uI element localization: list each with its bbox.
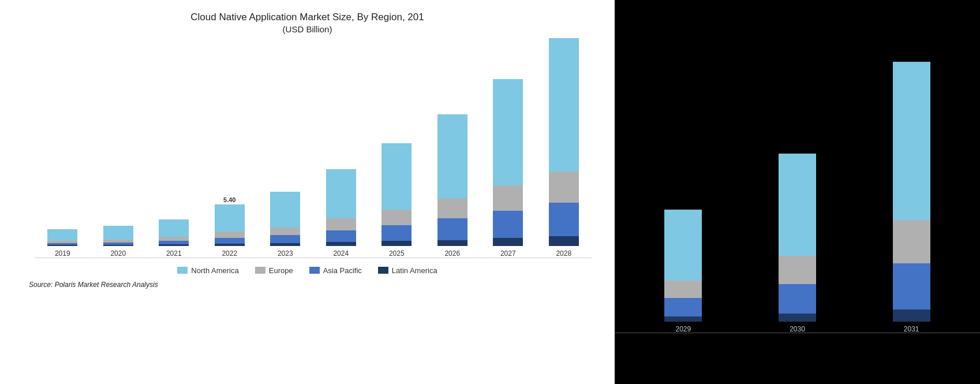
dark-la-segment — [779, 314, 816, 322]
na-segment — [437, 114, 467, 199]
x-axis-label: 2019 — [55, 249, 70, 258]
bar-annotation: 5.40 — [223, 196, 235, 203]
na-segment — [103, 226, 133, 240]
x-axis-label: 2026 — [444, 249, 460, 258]
x-axis-label: 2027 — [500, 249, 516, 258]
x-axis-label: 2025 — [389, 249, 405, 258]
ap-segment — [493, 211, 523, 238]
dark-na-segment — [664, 210, 702, 281]
legend: North AmericaEuropeAsia PacificLatin Ame… — [0, 266, 615, 275]
dark-na-segment — [893, 62, 930, 220]
eu-segment — [493, 185, 523, 211]
dark-panel: 202920302031 — [615, 0, 980, 384]
dark-bottom-line — [615, 333, 980, 334]
bar-group: 5.402022 — [215, 196, 245, 258]
bar-group: 2023 — [270, 192, 300, 257]
legend-label-latin-america: Latin America — [392, 266, 437, 275]
ap-segment — [549, 203, 579, 236]
la-segment — [215, 244, 245, 246]
legend-item-europe: Europe — [255, 266, 293, 275]
ap-segment — [270, 235, 300, 243]
na-segment — [47, 229, 77, 241]
dark-ap-segment — [893, 263, 930, 310]
bar-group: 2020 — [103, 226, 133, 258]
la-segment — [103, 245, 133, 246]
legend-color-europe — [255, 267, 265, 274]
source-text: Source: Polaris Market Research Analysis — [29, 281, 615, 289]
dark-na-segment — [779, 154, 816, 256]
legend-label-europe: Europe — [269, 266, 293, 275]
na-segment — [159, 219, 189, 237]
na-segment — [270, 192, 300, 227]
legend-label-asia-pacific: Asia Pacific — [323, 266, 362, 275]
dark-la-segment — [893, 310, 930, 322]
legend-color-asia-pacific — [309, 267, 320, 274]
eu-segment — [381, 210, 412, 225]
dark-eu-segment — [779, 256, 816, 284]
ap-segment — [215, 238, 245, 244]
eu-segment — [326, 218, 356, 230]
bar-group: 2027 — [493, 79, 523, 258]
bar-group: 2028 — [549, 38, 579, 258]
ap-segment — [326, 230, 356, 242]
na-segment — [381, 143, 412, 210]
eu-segment — [270, 228, 300, 236]
chart-area: 2019202020215.40202220232024202520262027… — [35, 39, 592, 258]
eu-segment — [549, 172, 579, 203]
dark-bar-group: 2030 — [779, 154, 816, 333]
bar-group: 2019 — [47, 229, 77, 258]
dark-la-segment — [664, 316, 702, 322]
eu-segment — [215, 232, 245, 237]
bar-group: 2026 — [437, 114, 467, 258]
x-axis-label: 2028 — [556, 249, 571, 258]
na-segment — [215, 204, 245, 232]
legend-item-asia-pacific: Asia Pacific — [309, 266, 362, 275]
dark-eu-segment — [664, 281, 702, 298]
bar-group: 2021 — [159, 219, 189, 258]
x-axis-label: 2020 — [110, 249, 126, 258]
legend-color-latin-america — [378, 267, 388, 274]
eu-segment — [437, 199, 467, 218]
x-axis-label: 2023 — [278, 249, 293, 258]
dark-eu-segment — [893, 220, 930, 263]
la-segment — [326, 242, 356, 246]
chart-subtitle: (USD Billion) — [0, 24, 615, 34]
dark-bars-area: 202920302031 — [615, 50, 980, 333]
x-axis-label: 2021 — [166, 249, 182, 258]
ap-segment — [381, 225, 412, 241]
dark-bar-group: 2031 — [893, 62, 930, 333]
dark-ap-segment — [779, 284, 816, 314]
x-axis-label: 2024 — [333, 249, 349, 258]
legend-item-latin-america: Latin America — [378, 266, 437, 275]
na-segment — [493, 79, 523, 185]
la-segment — [549, 236, 579, 246]
la-segment — [47, 245, 77, 246]
legend-item-north-america: North America — [177, 266, 238, 275]
na-segment — [326, 169, 356, 218]
la-segment — [437, 240, 467, 246]
legend-color-north-america — [177, 267, 188, 274]
chart-title: Cloud Native Application Market Size, By… — [0, 10, 615, 24]
eu-segment — [159, 237, 189, 241]
dark-ap-segment — [664, 298, 702, 316]
ap-segment — [437, 218, 467, 240]
legend-label-north-america: North America — [191, 266, 238, 275]
na-segment — [549, 38, 579, 172]
la-segment — [270, 243, 300, 246]
x-axis-label: 2022 — [222, 249, 237, 258]
bar-group: 2025 — [381, 143, 412, 258]
chart-panel: Cloud Native Application Market Size, By… — [0, 0, 615, 384]
la-segment — [493, 238, 523, 246]
bar-group: 2024 — [326, 169, 356, 257]
dark-bar-group: 2029 — [664, 210, 702, 333]
la-segment — [381, 241, 412, 245]
la-segment — [159, 244, 189, 246]
